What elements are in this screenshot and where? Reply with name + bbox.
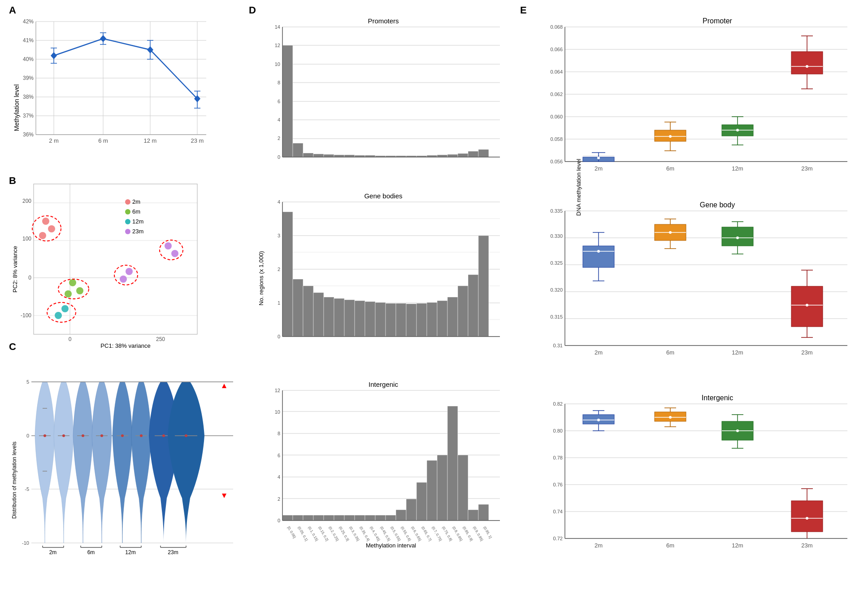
- svg-text:12: 12: [275, 43, 280, 48]
- svg-marker-107: [222, 384, 226, 388]
- svg-rect-328: [583, 246, 614, 267]
- svg-point-334: [597, 250, 600, 253]
- svg-text:23m: 23m: [801, 165, 812, 172]
- svg-text:0.330: 0.330: [550, 233, 563, 239]
- svg-text:39%: 39%: [23, 75, 34, 81]
- svg-text:6m: 6m: [666, 349, 674, 356]
- svg-text:2m: 2m: [595, 165, 603, 172]
- svg-text:6: 6: [278, 99, 280, 104]
- svg-point-78: [125, 229, 130, 234]
- svg-point-342: [669, 231, 672, 234]
- svg-text:(0.8, 0.85]: (0.8, 0.85]: [451, 526, 463, 542]
- svg-text:(0.65, 0.7]: (0.65, 0.7]: [421, 526, 432, 542]
- svg-point-92: [43, 434, 46, 437]
- svg-point-98: [100, 434, 103, 437]
- svg-text:Intergenic: Intergenic: [702, 394, 733, 402]
- svg-point-69: [165, 242, 172, 249]
- svg-rect-234: [447, 406, 458, 521]
- svg-rect-220: [303, 515, 313, 521]
- panel-e-label: E: [520, 4, 527, 16]
- svg-point-100: [121, 434, 124, 437]
- svg-text:38%: 38%: [23, 94, 34, 100]
- svg-text:8: 8: [278, 80, 280, 85]
- panel-d-intergenic: Intergenic 0 2 4 6 8 10 12: [258, 377, 509, 579]
- svg-text:(0.4, 0.45]: (0.4, 0.45]: [369, 526, 381, 542]
- svg-rect-222: [324, 515, 334, 521]
- svg-point-68: [114, 265, 138, 285]
- svg-text:2m: 2m: [595, 349, 603, 356]
- svg-text:(0.05, 0.1]: (0.05, 0.1]: [297, 526, 308, 542]
- svg-point-381: [597, 419, 600, 421]
- svg-text:0.74: 0.74: [553, 509, 563, 514]
- svg-text:(0.1, 0.15]: (0.1, 0.15]: [307, 526, 319, 542]
- svg-rect-186: [334, 298, 344, 337]
- svg-text:200: 200: [22, 198, 31, 204]
- svg-rect-198: [458, 286, 468, 337]
- svg-text:(0.25, 0.3]: (0.25, 0.3]: [338, 526, 350, 542]
- svg-text:36%: 36%: [23, 131, 34, 138]
- svg-text:4: 4: [278, 474, 280, 480]
- svg-rect-147: [324, 154, 334, 157]
- svg-point-74: [125, 209, 130, 214]
- svg-text:3: 3: [278, 233, 280, 238]
- svg-text:0.058: 0.058: [550, 136, 563, 142]
- svg-text:(0.45, 0.5]: (0.45, 0.5]: [379, 526, 391, 542]
- svg-text:6m: 6m: [132, 208, 140, 215]
- svg-rect-221: [313, 515, 324, 521]
- svg-point-60: [76, 287, 83, 294]
- svg-point-311: [806, 65, 808, 68]
- svg-text:-10: -10: [22, 540, 29, 546]
- svg-marker-36: [100, 35, 106, 42]
- svg-point-358: [806, 304, 808, 306]
- svg-text:0.056: 0.056: [550, 159, 563, 164]
- svg-rect-159: [447, 154, 458, 157]
- svg-text:PC2: 8% variance: PC2: 8% variance: [12, 246, 18, 293]
- svg-text:(0.95, 1]: (0.95, 1]: [482, 526, 492, 539]
- svg-text:5: 5: [26, 379, 29, 385]
- panel-c-label: C: [9, 341, 16, 353]
- svg-text:0.064: 0.064: [550, 69, 563, 74]
- svg-rect-189: [365, 302, 375, 337]
- svg-text:No. regions (x 1,000): No. regions (x 1,000): [258, 251, 265, 305]
- svg-rect-181: [282, 212, 293, 337]
- svg-text:(0.85, 0.9]: (0.85, 0.9]: [462, 526, 473, 542]
- svg-text:0.325: 0.325: [550, 260, 563, 266]
- svg-rect-229: [396, 510, 406, 521]
- svg-text:[0, 0.05]: [0, 0.05]: [286, 526, 296, 539]
- svg-rect-160: [458, 153, 468, 157]
- svg-rect-219: [293, 515, 303, 521]
- svg-point-76: [125, 219, 130, 224]
- panel-d-label: D: [249, 4, 256, 16]
- svg-text:12m: 12m: [132, 218, 143, 225]
- svg-point-389: [669, 416, 672, 419]
- svg-text:4: 4: [278, 199, 280, 205]
- svg-rect-143: [282, 45, 293, 157]
- svg-text:(0.9, 0.95]: (0.9, 0.95]: [472, 526, 484, 542]
- svg-rect-192: [396, 303, 406, 337]
- svg-rect-399: [791, 501, 823, 532]
- svg-text:(0.35, 0.4]: (0.35, 0.4]: [359, 526, 370, 542]
- svg-text:23m: 23m: [801, 542, 812, 549]
- svg-rect-226: [365, 515, 375, 521]
- svg-text:6m: 6m: [666, 542, 674, 549]
- svg-point-106: [185, 434, 187, 437]
- svg-text:0: 0: [278, 518, 280, 523]
- svg-text:-5: -5: [25, 486, 29, 492]
- svg-text:6: 6: [278, 453, 280, 458]
- svg-rect-237: [478, 504, 489, 521]
- svg-text:2m: 2m: [595, 542, 603, 549]
- svg-text:(0.7, 0.75]: (0.7, 0.75]: [431, 526, 443, 542]
- svg-point-404: [806, 517, 808, 520]
- svg-text:100: 100: [22, 236, 31, 242]
- svg-text:(0.6, 0.65]: (0.6, 0.65]: [410, 526, 422, 542]
- svg-rect-193: [406, 304, 417, 337]
- svg-text:2: 2: [278, 267, 280, 272]
- svg-text:12m: 12m: [125, 549, 135, 556]
- svg-text:(0.2, 0.25]: (0.2, 0.25]: [328, 526, 339, 542]
- svg-text:0.066: 0.066: [550, 47, 563, 52]
- svg-text:2: 2: [278, 136, 280, 141]
- svg-text:Promoters: Promoters: [368, 17, 399, 25]
- svg-point-55: [42, 218, 49, 225]
- svg-point-293: [669, 135, 672, 138]
- panel-a-label: A: [9, 4, 16, 16]
